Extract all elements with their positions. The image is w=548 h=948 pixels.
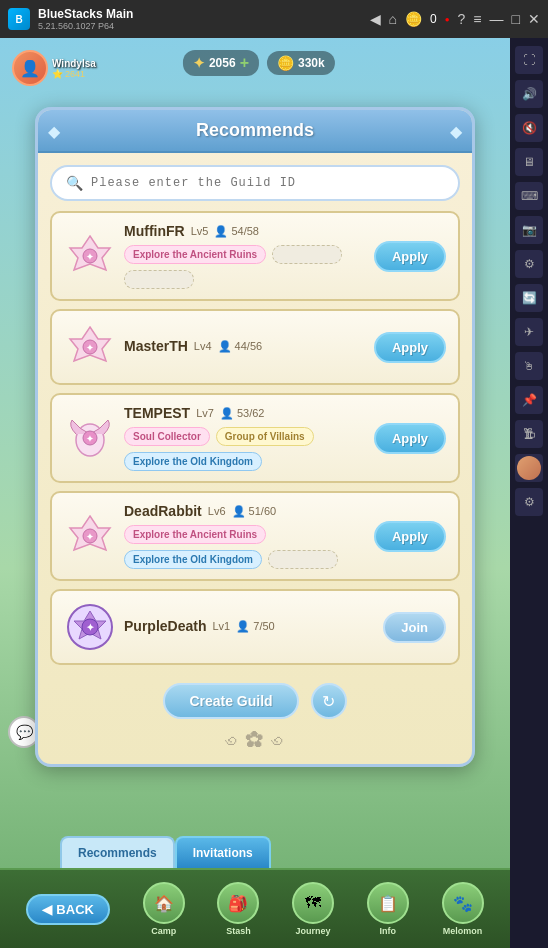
- sidebar-gear-icon[interactable]: ⚙: [515, 488, 543, 516]
- apply-button[interactable]: Apply: [374, 241, 446, 272]
- guild-row: ✦ PurpleDeath Lv1 👤 7/50 Join: [64, 601, 446, 653]
- guild-tag[interactable]: Soul Collector: [124, 427, 210, 446]
- menu-icon[interactable]: ≡: [473, 11, 481, 27]
- sidebar-camera-icon[interactable]: 📷: [515, 216, 543, 244]
- sidebar-expand-icon[interactable]: ⛶: [515, 46, 543, 74]
- guild-members: 👤 44/56: [218, 340, 263, 353]
- sidebar-settings-icon[interactable]: ⚙: [515, 250, 543, 278]
- nav-stash[interactable]: 🎒 Stash: [217, 882, 259, 936]
- apply-button[interactable]: Apply: [374, 332, 446, 363]
- maximize-icon[interactable]: □: [512, 11, 520, 27]
- nav-melomon[interactable]: 🐾 Melomon: [442, 882, 484, 936]
- guild-emblem: ✦: [64, 412, 116, 464]
- help-icon[interactable]: ?: [458, 11, 466, 27]
- svg-text:✦: ✦: [86, 622, 95, 633]
- guild-id-input[interactable]: [91, 176, 444, 190]
- guild-emblem: ✦: [64, 510, 116, 562]
- guild-name-row: DeadRabbit Lv6 👤 51/60: [124, 503, 366, 519]
- guild-level: Lv1: [212, 620, 230, 632]
- guild-level: Lv4: [194, 340, 212, 352]
- modal-overlay: ◆ Recommends ◆ 🔍 ✦ MuffinFR Lv5: [0, 38, 510, 836]
- sidebar-rotate-icon[interactable]: 🔄: [515, 284, 543, 312]
- guild-name: MuffinFR: [124, 223, 185, 239]
- apply-button[interactable]: Apply: [374, 423, 446, 454]
- decorative-swirl: ꩜ ✿ ꩜: [50, 731, 460, 752]
- guild-name-row: TEMPEST Lv7 👤 53/62: [124, 405, 366, 421]
- app-title: BlueStacks Main: [38, 7, 133, 21]
- create-guild-button[interactable]: Create Guild: [163, 683, 298, 719]
- guild-tag[interactable]: Explore the Ancient Ruins: [124, 525, 266, 544]
- guild-name-row: PurpleDeath Lv1 👤 7/50: [124, 618, 375, 634]
- guild-level: Lv6: [208, 505, 226, 517]
- sidebar-keyboard-icon[interactable]: ⌨: [515, 182, 543, 210]
- search-bar[interactable]: 🔍: [50, 165, 460, 201]
- guild-row: ✦ MuffinFR Lv5 👤 54/58 Explore the Ancie…: [64, 223, 446, 289]
- svg-text:✦: ✦: [86, 434, 94, 444]
- guild-info: PurpleDeath Lv1 👤 7/50: [124, 618, 375, 636]
- nav-journey[interactable]: 🗺 Journey: [292, 882, 334, 936]
- home-icon[interactable]: ⌂: [389, 11, 397, 27]
- guild-info: MuffinFR Lv5 👤 54/58 Explore the Ancient…: [124, 223, 366, 289]
- sidebar-mouse-icon[interactable]: 🖱: [515, 352, 543, 380]
- modal-body: 🔍 ✦ MuffinFR Lv5 👤 54/58 Explore the Anc…: [38, 153, 472, 764]
- journey-label: Journey: [296, 926, 331, 936]
- svg-text:✦: ✦: [86, 343, 94, 353]
- guild-row: ✦ DeadRabbit Lv6 👤 51/60 Explore the Anc…: [64, 503, 446, 569]
- header-deco-left: ◆: [48, 121, 60, 140]
- join-button[interactable]: Join: [383, 612, 446, 643]
- guild-row: ✦ TEMPEST Lv7 👤 53/62 Soul CollectorGrou…: [64, 405, 446, 471]
- modal-header: ◆ Recommends ◆: [38, 110, 472, 153]
- dot-icon: ●: [445, 15, 450, 24]
- back-label: BACK: [56, 902, 94, 917]
- tag-empty: [268, 550, 338, 569]
- guild-name-row: MuffinFR Lv5 👤 54/58: [124, 223, 366, 239]
- tab-bar: Recommends Invitations: [60, 836, 510, 868]
- close-icon[interactable]: ✕: [528, 11, 540, 27]
- guild-tag[interactable]: Explore the Old Kingdom: [124, 550, 262, 569]
- guild-card: ✦ MuffinFR Lv5 👤 54/58 Explore the Ancie…: [50, 211, 460, 301]
- guild-tags: Explore the Ancient RuinsExplore the Old…: [124, 525, 366, 569]
- guild-info: TEMPEST Lv7 👤 53/62 Soul CollectorGroup …: [124, 405, 366, 471]
- guild-emblem: ✦: [64, 321, 116, 373]
- guild-members: 👤 54/58: [214, 225, 259, 238]
- guild-members: 👤 51/60: [232, 505, 277, 518]
- back-button[interactable]: ◀ BACK: [26, 894, 110, 925]
- info-label: Info: [380, 926, 397, 936]
- guild-name: PurpleDeath: [124, 618, 206, 634]
- nav-info[interactable]: 📋 Info: [367, 882, 409, 936]
- search-icon: 🔍: [66, 175, 83, 191]
- back-nav-icon[interactable]: ◀: [370, 11, 381, 27]
- sidebar-airplane-icon[interactable]: ✈: [515, 318, 543, 346]
- guild-card: ✦ PurpleDeath Lv1 👤 7/50 Join: [50, 589, 460, 665]
- nav-camp[interactable]: 🏠 Camp: [143, 882, 185, 936]
- guild-tag[interactable]: Group of Villains: [216, 427, 314, 446]
- sidebar-mute-icon[interactable]: 🔇: [515, 114, 543, 142]
- guild-members: 👤 7/50: [236, 620, 274, 633]
- tab-recommends[interactable]: Recommends: [60, 836, 175, 868]
- sidebar-avatar-icon: [515, 454, 543, 482]
- coin-amount: 0: [430, 12, 437, 26]
- guild-name: TEMPEST: [124, 405, 190, 421]
- guild-level: Lv5: [191, 225, 209, 237]
- guild-tag[interactable]: Explore the Old Kingdom: [124, 452, 262, 471]
- melomon-label: Melomon: [443, 926, 483, 936]
- guild-tag[interactable]: Explore the Ancient Ruins: [124, 245, 266, 264]
- guild-list: ✦ MuffinFR Lv5 👤 54/58 Explore the Ancie…: [50, 211, 460, 665]
- guild-members: 👤 53/62: [220, 407, 265, 420]
- recommends-modal: ◆ Recommends ◆ 🔍 ✦ MuffinFR Lv5: [35, 107, 475, 767]
- create-guild-row: Create Guild ↻: [50, 675, 460, 727]
- sidebar-volume-icon[interactable]: 🔊: [515, 80, 543, 108]
- sidebar-pin-icon[interactable]: 📌: [515, 386, 543, 414]
- minimize-icon[interactable]: —: [490, 11, 504, 27]
- apply-button[interactable]: Apply: [374, 521, 446, 552]
- guild-tags: Soul CollectorGroup of VillainsExplore t…: [124, 427, 366, 471]
- refresh-button[interactable]: ↻: [311, 683, 347, 719]
- guild-emblem: ✦: [64, 230, 116, 282]
- system-topbar: B BlueStacks Main 5.21.560.1027 P64 ◀ ⌂ …: [0, 0, 548, 38]
- guild-row: ✦ MasterTH Lv4 👤 44/56 Apply: [64, 321, 446, 373]
- svg-text:✦: ✦: [86, 252, 94, 262]
- tab-invitations[interactable]: Invitations: [175, 836, 271, 868]
- sidebar-display-icon[interactable]: 🖥: [515, 148, 543, 176]
- sidebar-compress-icon[interactable]: 🗜: [515, 420, 543, 448]
- window-controls: ◀ ⌂ 🪙 0 ● ? ≡ — □ ✕: [370, 11, 540, 27]
